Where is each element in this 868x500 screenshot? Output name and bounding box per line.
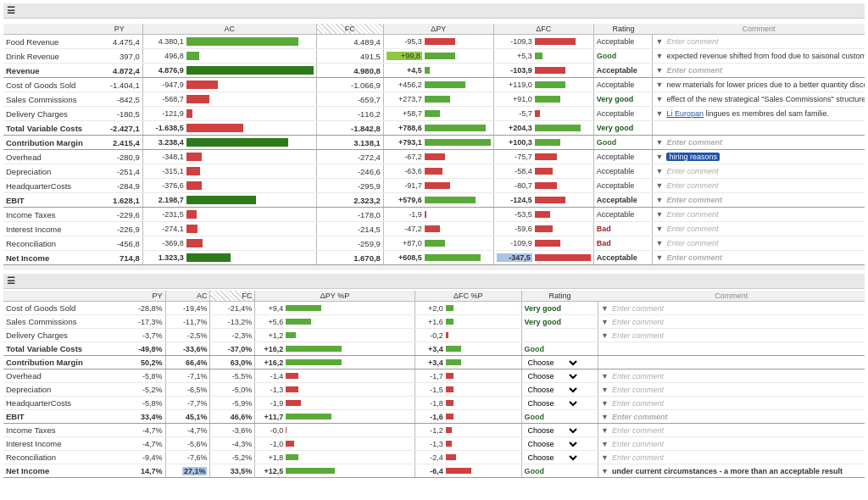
row2-label: Overhead — [3, 369, 120, 383]
row2-ac: -33,6% — [165, 342, 210, 356]
table1-row: Income Taxes-229,6-231,5-178,0-1,9-53,5A… — [3, 208, 865, 222]
row-comment-cell: ▼Li Europan lingues es membres del sam f… — [653, 107, 865, 121]
comment2-dropdown-arrow[interactable]: ▼ — [601, 413, 609, 421]
dfc-value: +204,3 — [497, 124, 532, 132]
comment-dropdown-arrow[interactable]: ▼ — [655, 66, 663, 75]
comment-dropdown-arrow[interactable]: ▼ — [655, 210, 663, 219]
row-ac: 496,8 — [142, 49, 316, 64]
row-dfc: -58,4 — [493, 164, 593, 179]
comment2-dropdown-arrow[interactable]: ▼ — [601, 467, 609, 475]
comment-input[interactable]: Enter comment — [666, 138, 722, 147]
row-py: -229,6 — [97, 208, 143, 222]
row2-py: -5,8% — [120, 397, 165, 410]
comment2-input[interactable]: Enter comment — [612, 453, 664, 462]
comment-dropdown-arrow[interactable]: ▼ — [655, 196, 663, 204]
row2-rating: Choose — [521, 437, 598, 451]
row-comment-cell: ▼Enter comment — [653, 251, 865, 265]
row-label: Cost of Goods Sold — [3, 78, 97, 92]
dpy-bar — [425, 139, 491, 146]
dfc-value: +100,3 — [497, 138, 532, 147]
comment-input[interactable]: Enter comment — [666, 210, 718, 219]
comment2-input[interactable]: Enter comment — [612, 426, 664, 435]
comment-dropdown-arrow[interactable]: ▼ — [655, 138, 663, 147]
comment-dropdown-arrow[interactable]: ▼ — [655, 181, 663, 190]
row2-dfc: -2,4 — [415, 451, 521, 464]
row-dfc: -103,9 — [493, 64, 593, 78]
ac-bar — [186, 52, 199, 60]
dfc-value: -80,7 — [497, 181, 532, 190]
comment2-input[interactable]: Enter comment — [612, 318, 664, 326]
rating-select[interactable]: Choose — [525, 385, 580, 395]
comment-input[interactable]: Enter comment — [666, 66, 722, 75]
dpy2-bar — [286, 332, 296, 338]
comment2-dropdown-arrow[interactable]: ▼ — [601, 453, 609, 462]
rating-select[interactable]: Choose — [525, 371, 580, 381]
row2-comment-cell: ▼Enter comment — [598, 437, 865, 451]
comment-input[interactable]: Enter comment — [666, 196, 722, 204]
ac-value: -121,9 — [146, 109, 184, 118]
rating-select[interactable]: Choose — [525, 358, 580, 368]
dfc-bar — [535, 53, 543, 59]
comment-dropdown-arrow[interactable]: ▼ — [655, 239, 663, 247]
comment2-dropdown-arrow[interactable]: ▼ — [601, 372, 609, 381]
dpy2-value: +16,2 — [258, 345, 283, 353]
dpy-value: +579,6 — [387, 196, 422, 204]
comment2-dropdown-arrow[interactable]: ▼ — [601, 426, 609, 435]
table1: PY AC FC ΔPY ΔFC Rating Comment Food Rev… — [3, 24, 865, 265]
comment-input[interactable]: Enter comment — [666, 225, 718, 233]
comment2-input[interactable]: Enter comment — [612, 399, 664, 408]
ac-bar — [186, 81, 219, 89]
rating-select[interactable]: Choose — [525, 398, 580, 408]
comment-input[interactable]: Enter comment — [666, 37, 718, 46]
comment-input[interactable]: Enter comment — [666, 253, 722, 262]
comment-input[interactable]: Enter comment — [666, 181, 718, 190]
comment2-dropdown-arrow[interactable]: ▼ — [601, 318, 609, 326]
ac-value: -315,1 — [146, 167, 184, 175]
row-label: Net Income — [3, 251, 97, 265]
rating-select[interactable]: Choose — [525, 453, 580, 463]
comment-dropdown-arrow[interactable]: ▼ — [655, 253, 663, 262]
table2: PY AC FC ΔPY %P ΔFC %P Rating Comment Co… — [3, 291, 865, 478]
row2-ac: 45,1% — [165, 410, 210, 424]
comment2-input[interactable]: Enter comment — [612, 304, 664, 313]
comment2-input[interactable]: Enter comment — [612, 331, 664, 340]
row-label: Delivery Charges — [3, 107, 97, 121]
row-dfc: -124,5 — [493, 193, 593, 208]
table1-row: Contribution Margin2.415,43.238,43.138,1… — [3, 136, 865, 150]
row-rating: Very good — [593, 92, 653, 107]
row-label: Reconciliation — [3, 236, 97, 251]
comment2-dropdown-arrow[interactable]: ▼ — [601, 440, 609, 448]
dpy2-bar — [286, 319, 311, 325]
row-ac: -1.638,5 — [142, 121, 316, 136]
comment2-input[interactable]: Enter comment — [612, 440, 664, 448]
comment2-dropdown-arrow[interactable]: ▼ — [601, 386, 609, 394]
comment-dropdown-arrow[interactable]: ▼ — [655, 225, 663, 233]
comment-dropdown-arrow[interactable]: ▼ — [655, 52, 663, 60]
ac-value: -376,6 — [146, 181, 184, 190]
row2-dfc: -1,3 — [415, 437, 521, 451]
comment-input[interactable]: Enter comment — [666, 239, 718, 247]
dfc-value: -347,5 — [497, 253, 532, 262]
comment-dropdown-arrow[interactable]: ▼ — [655, 81, 663, 89]
comment2-input[interactable]: Enter comment — [612, 386, 664, 394]
row-py: 4.475,4 — [97, 35, 143, 49]
table1-row: HeadquarterCosts-284,9-376,6-295,9-91,7-… — [3, 179, 865, 193]
comment-dropdown-arrow[interactable]: ▼ — [655, 37, 663, 46]
comment2-dropdown-arrow[interactable]: ▼ — [601, 304, 609, 313]
comment2-dropdown-arrow[interactable]: ▼ — [601, 331, 609, 340]
row-rating: Acceptable — [593, 150, 653, 164]
rating-select[interactable]: Choose — [525, 439, 580, 449]
row-dfc: +204,3 — [493, 121, 593, 136]
comment2-input[interactable]: Enter comment — [612, 372, 664, 381]
comment-dropdown-arrow[interactable]: ▼ — [655, 95, 663, 103]
table2-row: Depreciation-5,2%-6,5%-5,0%-1,3-1,5Choos… — [3, 383, 865, 397]
comment-input[interactable]: Enter comment — [666, 167, 718, 175]
row-dfc: -53,5 — [493, 208, 593, 222]
comment-dropdown-arrow[interactable]: ▼ — [655, 109, 663, 118]
comment-dropdown-arrow[interactable]: ▼ — [655, 153, 663, 161]
comment2-dropdown-arrow[interactable]: ▼ — [601, 399, 609, 408]
comment2-input[interactable]: Enter comment — [612, 413, 668, 421]
rating-select[interactable]: Choose — [525, 425, 580, 436]
comment-dropdown-arrow[interactable]: ▼ — [655, 167, 663, 175]
row-rating: Good — [593, 136, 653, 150]
